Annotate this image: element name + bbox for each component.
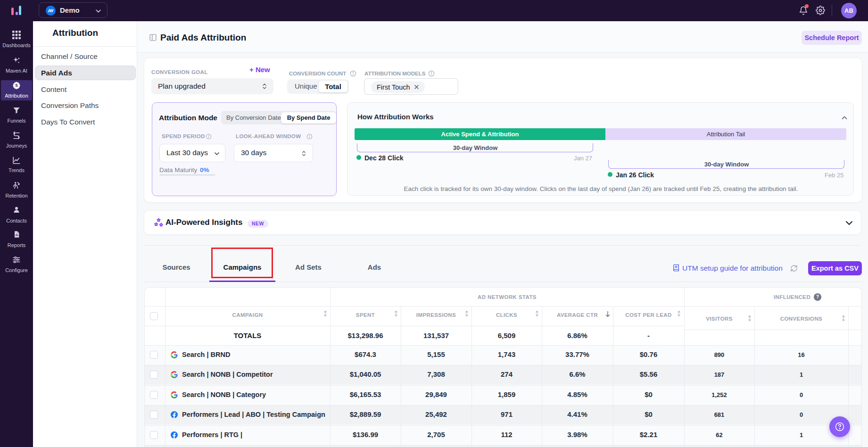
svg-text:$: $ bbox=[15, 83, 18, 88]
